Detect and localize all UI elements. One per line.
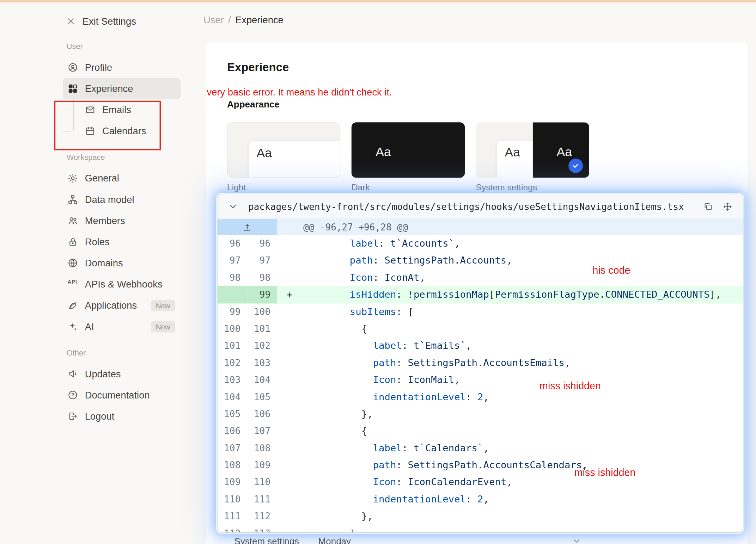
sidebar-item-label: Domains xyxy=(85,258,123,268)
new-line-number: 111 xyxy=(247,491,277,508)
sidebar-item-applications[interactable]: ApplicationsNew xyxy=(63,295,181,316)
close-icon xyxy=(66,16,75,26)
old-line-number: 111 xyxy=(218,508,248,525)
old-line-number: 103 xyxy=(218,371,248,388)
diff-line: 101102 label: t`Emails`, xyxy=(218,338,743,354)
theme-option-system[interactable]: Aa Aa xyxy=(476,122,589,178)
diff-line: 100101 { xyxy=(218,320,743,337)
theme-sample-text: Aa xyxy=(376,144,391,159)
copy-icon[interactable] xyxy=(703,202,713,211)
selected-check-icon xyxy=(568,159,583,173)
sidebar-item-domains[interactable]: Domains xyxy=(63,252,181,273)
diff-code-text: indentationLevel: 2, xyxy=(277,491,743,508)
breadcrumb: User / Experience xyxy=(203,14,284,25)
diff-hunk-row: @@ -96,27 +96,28 @@ xyxy=(218,219,743,235)
sidebar-item-experience[interactable]: Experience xyxy=(63,78,181,99)
expand-hunk-button[interactable] xyxy=(218,219,278,235)
sidebar-subitem-label: Emails xyxy=(102,104,131,115)
globe-icon xyxy=(67,258,78,268)
chevron-down-icon[interactable] xyxy=(572,536,581,544)
breadcrumb-parent[interactable]: User xyxy=(203,14,224,25)
sidebar-item-data-model[interactable]: Data model xyxy=(63,189,181,210)
theme-sample-text: Aa xyxy=(256,146,272,160)
diff-code-text: indentationLevel: 2, xyxy=(277,389,743,406)
theme-caption-light: Light xyxy=(227,183,340,193)
new-line-number: 97 xyxy=(247,252,277,269)
diff-code-text: { xyxy=(277,320,743,337)
diff-line: 108109 path: SettingsPath.AccountsCalend… xyxy=(218,457,743,474)
sidebar-item-updates[interactable]: Updates xyxy=(63,363,181,384)
move-icon[interactable] xyxy=(723,202,732,211)
diff-header-actions xyxy=(703,202,732,211)
diff-code-text: Icon: IconCalendarEvent, xyxy=(277,474,743,491)
diff-code-text: path: SettingsPath.AccountsEmails, xyxy=(277,354,743,371)
diff-line: 99100 subItems: [ xyxy=(218,303,743,320)
new-badge: New xyxy=(151,300,175,311)
diff-line: 109110 Icon: IconCalendarEvent, xyxy=(218,474,743,491)
new-line-number: 108 xyxy=(247,440,277,457)
chevron-down-icon[interactable] xyxy=(228,202,238,211)
new-line-number: 99 xyxy=(247,286,277,303)
exit-settings-label: Exit Settings xyxy=(83,16,136,26)
sidebar-item-logout[interactable]: Logout xyxy=(63,406,181,427)
top-accent-line xyxy=(0,0,756,2)
logout-icon xyxy=(67,411,78,421)
system-settings-row: System settings Monday xyxy=(234,536,745,544)
sidebar-item-label: APIs & Webhooks xyxy=(85,279,163,290)
diff-code-text: path: SettingsPath.Accounts, xyxy=(277,252,743,269)
red-annotation-his-code: his code xyxy=(592,265,630,276)
sidebar-item-label: Experience xyxy=(85,83,133,94)
sidebar-item-roles[interactable]: Roles xyxy=(63,231,181,252)
sidebar-subitem-calendars[interactable]: Calendars xyxy=(73,120,181,142)
sidebar-item-ai[interactable]: AINew xyxy=(63,316,181,337)
diff-line: 107108 label: t`Calendars`, xyxy=(218,440,743,457)
users-icon xyxy=(67,215,78,226)
sidebar-item-profile[interactable]: Profile xyxy=(63,57,181,78)
sidebar-item-apis-webhooks[interactable]: APIAPIs & Webhooks xyxy=(63,274,181,295)
old-line-number: 100 xyxy=(218,320,248,337)
sidebar-item-label: AI xyxy=(85,321,94,332)
diff-code-text: Icon: IconMail, xyxy=(277,371,743,388)
old-line-number: 98 xyxy=(218,269,248,286)
diff-code-text: }, xyxy=(277,406,743,422)
diff-line-added: 99+ isHidden: !permissionMap[PermissionF… xyxy=(218,286,743,303)
diff-header: packages/twenty-front/src/modules/settin… xyxy=(218,194,743,219)
old-line-number: 104 xyxy=(218,389,248,406)
diff-line: 9797 path: SettingsPath.Accounts, xyxy=(218,252,743,269)
api-icon: API xyxy=(67,279,78,290)
new-line-number: 103 xyxy=(247,354,277,371)
sidebar-item-label: Logout xyxy=(85,411,115,422)
theme-option-light[interactable]: Aa xyxy=(227,122,340,178)
old-line-number xyxy=(218,286,248,303)
diff-code-text: + isHidden: !permissionMap[PermissionFla… xyxy=(277,286,743,303)
old-line-number: 102 xyxy=(218,354,248,371)
theme-option-dark[interactable]: Aa xyxy=(352,122,465,178)
diff-line: 102103 path: SettingsPath.AccountsEmails… xyxy=(218,354,743,371)
appearance-section-label: Appearance xyxy=(227,99,280,110)
sidebar-item-label: Updates xyxy=(85,368,121,379)
sidebar-item-general[interactable]: General xyxy=(63,168,181,189)
mail-icon xyxy=(85,105,96,115)
sidebar-item-label: Applications xyxy=(85,300,137,311)
apps-icon xyxy=(67,84,78,94)
diff-line: 106107 { xyxy=(218,423,743,440)
sidebar-section-label-user: User xyxy=(67,42,183,52)
new-line-number: 96 xyxy=(247,235,277,252)
old-line-number: 101 xyxy=(218,338,248,354)
diff-line: 112113 ], xyxy=(218,525,743,533)
diff-code-text: ], xyxy=(277,525,743,533)
weekday-select-value[interactable]: Monday xyxy=(318,536,351,544)
sidebar-subitem-emails[interactable]: Emails xyxy=(73,99,181,120)
sidebar-section-label-other: Other xyxy=(67,349,183,358)
sidebar-subitems: EmailsCalendars xyxy=(73,99,183,142)
old-line-number: 112 xyxy=(218,525,248,533)
diff-code-text: }, xyxy=(277,508,743,525)
red-annotation-text: very basic error. It means he didn't che… xyxy=(207,87,392,98)
calendar-icon xyxy=(85,126,96,136)
sidebar-item-documentation[interactable]: Documentation xyxy=(63,384,181,406)
old-line-number: 99 xyxy=(218,303,248,320)
diff-line: 103104 Icon: IconMail, xyxy=(218,371,743,388)
expand-up-icon xyxy=(243,222,252,232)
sidebar-item-members[interactable]: Members xyxy=(63,210,181,231)
exit-settings-button[interactable]: Exit Settings xyxy=(63,12,183,31)
